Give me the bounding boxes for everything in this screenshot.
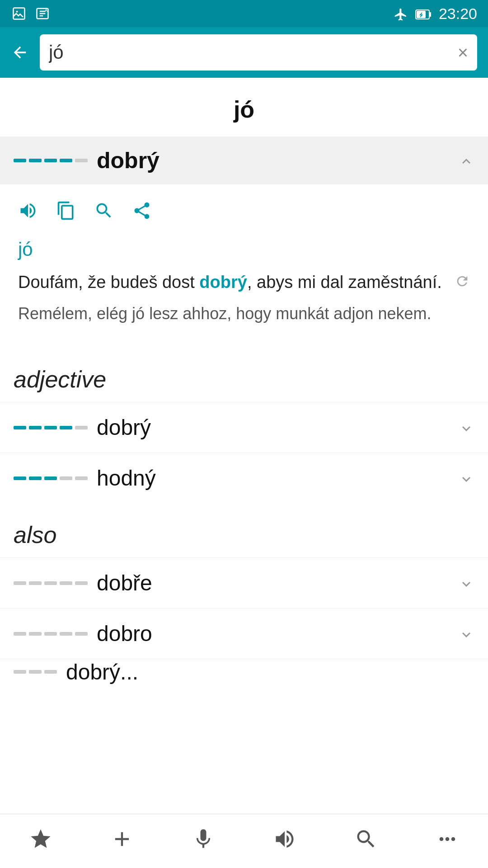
search-input[interactable]	[49, 42, 458, 63]
bar-e1	[75, 426, 88, 429]
text-icon: A	[34, 5, 51, 22]
adjective-label: adjective	[0, 348, 488, 402]
copy-icon[interactable]	[56, 198, 76, 221]
nav-add[interactable]	[110, 827, 134, 851]
bar-h5	[75, 476, 88, 480]
bar-2	[29, 159, 42, 162]
svg-text:A: A	[45, 8, 48, 13]
confidence-bars-first	[14, 159, 88, 162]
bar-f4	[60, 426, 72, 429]
chevron-down-hodny	[458, 469, 474, 488]
translation-word-partial: dobrý...	[66, 660, 474, 684]
bar-do2	[29, 632, 42, 636]
refresh-icon[interactable]	[455, 271, 470, 289]
nav-volume[interactable]	[273, 827, 296, 851]
bar-h4	[60, 476, 72, 480]
bar-d1	[14, 581, 26, 585]
translation-word-dobry-adj: dobrý	[97, 415, 449, 440]
bar-3	[44, 159, 57, 162]
action-icons	[18, 193, 470, 234]
example-hungarian: Remélem, elég jó lesz ahhoz, hogy munkát…	[18, 302, 470, 326]
svg-point-1	[16, 11, 18, 13]
highlight-dobry: dobrý	[199, 273, 247, 292]
bar-do1	[14, 632, 26, 636]
bar-f1	[14, 426, 26, 429]
example-block: Doufám, že budeš dost dobrý, abys mi dal…	[18, 269, 470, 326]
bar-h2	[29, 476, 42, 480]
bar-do4	[60, 632, 72, 636]
bar-4	[60, 159, 72, 162]
confidence-bars-partial	[14, 670, 57, 674]
status-bar: A 23:20	[0, 0, 488, 27]
bar-h1	[14, 476, 26, 480]
search-bar: ×	[0, 27, 488, 78]
bar-d2	[29, 581, 42, 585]
time-display: 23:20	[439, 5, 477, 23]
translation-row-hodny[interactable]: hodný	[0, 453, 488, 503]
bar-f3	[44, 426, 57, 429]
battery-icon	[415, 5, 432, 22]
bar-f2	[29, 426, 42, 429]
nav-microphone[interactable]	[192, 827, 215, 851]
bar-d3	[44, 581, 57, 585]
chevron-down-dobro	[458, 624, 474, 643]
confidence-bars-hodny	[14, 476, 88, 480]
search-icon[interactable]	[94, 198, 114, 221]
nav-more[interactable]	[436, 827, 459, 851]
airplane-icon	[394, 5, 408, 22]
bar-5	[75, 159, 88, 162]
search-input-wrapper: ×	[40, 34, 477, 71]
svg-rect-0	[14, 8, 25, 19]
translation-entry-first: dobrý	[0, 137, 488, 344]
translation-row-partial[interactable]: dobrý...	[0, 659, 488, 684]
status-icons-right: 23:20	[394, 5, 477, 23]
confidence-bars-dobry	[14, 426, 88, 429]
word-title: jó	[0, 78, 488, 137]
bar-p3	[44, 670, 57, 674]
bar-d4	[60, 581, 72, 585]
example-czech: Doufám, že budeš dost dobrý, abys mi dal…	[18, 269, 470, 302]
chevron-up-icon	[458, 151, 474, 170]
also-label: also	[0, 503, 488, 557]
svg-rect-5	[429, 12, 431, 17]
translation-row-dobry-adj[interactable]: dobrý	[0, 402, 488, 453]
translation-word-dobry: dobrý	[97, 147, 449, 174]
translation-word-dobro: dobro	[97, 621, 449, 646]
bar-do5	[75, 632, 88, 636]
adjective-section: adjective dobrý	[0, 348, 488, 503]
bar-d5	[75, 581, 88, 585]
translation-word-hodny: hodný	[97, 466, 449, 491]
translation-expanded: jó Doufám, že budeš dost dobrý, abys mi …	[0, 184, 488, 344]
clear-button[interactable]: ×	[458, 42, 468, 63]
main-content: jó dobrý	[0, 78, 488, 814]
bottom-nav	[0, 814, 488, 868]
source-word: jó	[18, 234, 470, 269]
confidence-bars-dobre	[14, 581, 88, 585]
chevron-down-dobry	[458, 418, 474, 437]
bar-p2	[29, 670, 42, 674]
audio-icon[interactable]	[18, 198, 38, 221]
translation-word-dobre: dobře	[97, 571, 449, 595]
translation-row-dobro[interactable]: dobro	[0, 608, 488, 659]
bar-1	[14, 159, 26, 162]
back-button[interactable]	[11, 43, 29, 61]
chevron-down-dobre	[458, 574, 474, 593]
nav-favorites[interactable]	[29, 827, 52, 851]
bar-do3	[44, 632, 57, 636]
translation-row-dobre[interactable]: dobře	[0, 557, 488, 608]
share-icon[interactable]	[132, 198, 152, 221]
translation-header-dobry[interactable]: dobrý	[0, 137, 488, 184]
image-icon	[11, 5, 27, 22]
bar-h3	[44, 476, 57, 480]
bar-p1	[14, 670, 26, 674]
nav-search[interactable]	[354, 827, 378, 851]
status-icons-left: A	[11, 5, 51, 22]
also-section: also dobře	[0, 503, 488, 684]
confidence-bars-dobro	[14, 632, 88, 636]
